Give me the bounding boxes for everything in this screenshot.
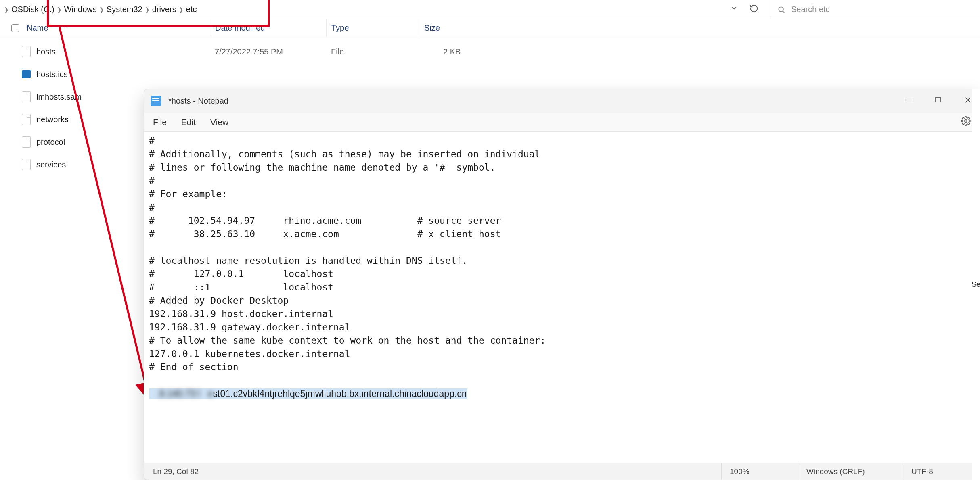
status-position: Ln 29, Col 82 — [144, 467, 721, 476]
search-icon — [777, 6, 785, 14]
menu-edit[interactable]: Edit — [181, 117, 196, 127]
status-eol: Windows (CRLF) — [798, 463, 903, 480]
file-name: lmhosts.sam — [36, 92, 82, 102]
notepad-statusbar: Ln 29, Col 82 100% Windows (CRLF) UTF-8 — [144, 463, 980, 480]
status-zoom: 100% — [721, 463, 798, 480]
file-size: 2 KB — [419, 47, 461, 56]
file-row[interactable]: hosts.ics — [0, 63, 980, 86]
column-size-header[interactable]: Size — [419, 19, 440, 37]
refresh-icon[interactable] — [750, 4, 758, 15]
minimize-button[interactable] — [903, 96, 913, 105]
status-encoding: UTF-8 — [903, 463, 980, 480]
file-icon — [22, 91, 31, 102]
search-placeholder: Search etc — [791, 5, 830, 14]
file-row[interactable]: hosts7/27/2022 7:55 PMFile2 KB — [0, 40, 980, 63]
file-name: networks — [36, 115, 69, 124]
svg-rect-4 — [936, 97, 940, 102]
file-icon — [22, 46, 31, 57]
file-type: File — [326, 47, 419, 56]
notepad-menubar: File Edit View — [144, 113, 980, 132]
search-input[interactable]: Search etc — [770, 5, 980, 14]
file-name: hosts — [36, 47, 56, 56]
file-icon — [22, 136, 31, 148]
file-name: protocol — [36, 138, 65, 147]
file-name: hosts.ics — [36, 70, 68, 79]
selected-text: .9.140.73 l est01.c2vbkl4ntjrehlqe5jmwli… — [149, 388, 467, 399]
notepad-titlebar[interactable]: *hosts - Notepad — [144, 89, 980, 113]
menu-view[interactable]: View — [210, 117, 228, 127]
svg-point-7 — [965, 120, 967, 122]
select-all-checkbox[interactable] — [11, 24, 19, 32]
chevron-right-icon: ❯ — [4, 6, 9, 13]
file-icon — [22, 159, 31, 170]
menu-file[interactable]: File — [153, 117, 167, 127]
column-name-header[interactable]: Name — [27, 23, 48, 33]
history-dropdown-icon[interactable] — [730, 4, 738, 15]
notepad-text-area[interactable]: # # Additionally, comments (such as thes… — [144, 132, 980, 463]
column-type-header[interactable]: Type — [326, 19, 419, 37]
notepad-window: *hosts - Notepad File Edit View # # Addi… — [144, 89, 980, 480]
svg-point-0 — [779, 7, 783, 12]
cutoff-fragment: Se — [972, 89, 980, 480]
notepad-app-icon — [151, 96, 161, 106]
notepad-title: *hosts - Notepad — [168, 96, 228, 106]
settings-button[interactable] — [961, 116, 971, 128]
annotation-rectangle — [47, 0, 270, 27]
file-date: 7/27/2022 7:55 PM — [210, 47, 326, 56]
calendar-file-icon — [22, 70, 31, 78]
maximize-button[interactable] — [933, 96, 943, 105]
file-icon — [22, 114, 31, 125]
svg-line-1 — [783, 11, 785, 13]
file-name: services — [36, 160, 66, 169]
